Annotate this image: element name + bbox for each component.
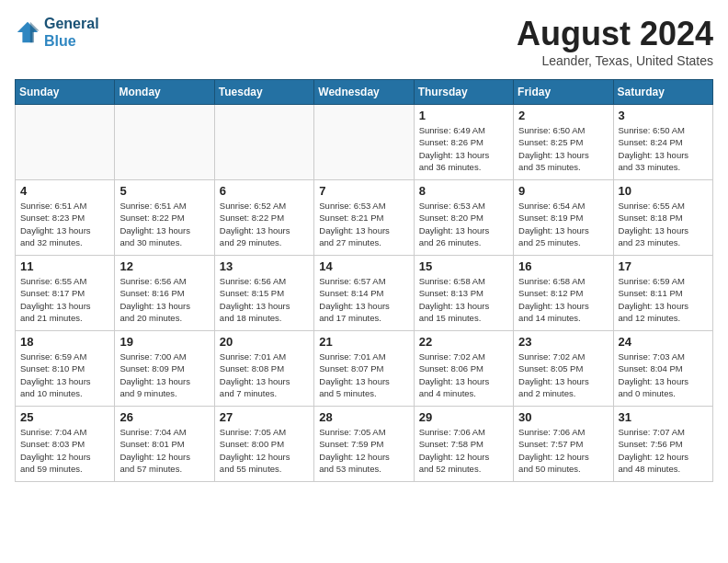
day-info: Sunrise: 7:01 AM Sunset: 8:08 PM Dayligh… xyxy=(220,350,309,399)
calendar-cell: 29Sunrise: 7:06 AM Sunset: 7:58 PM Dayli… xyxy=(414,407,513,482)
calendar-cell: 26Sunrise: 7:04 AM Sunset: 8:01 PM Dayli… xyxy=(115,407,214,482)
day-number: 30 xyxy=(518,410,608,424)
calendar-cell: 25Sunrise: 7:04 AM Sunset: 8:03 PM Dayli… xyxy=(16,407,115,482)
weekday-header: Saturday xyxy=(613,80,712,105)
calendar-cell: 8Sunrise: 6:53 AM Sunset: 8:20 PM Daylig… xyxy=(414,180,513,256)
calendar-cell: 28Sunrise: 7:05 AM Sunset: 7:59 PM Dayli… xyxy=(314,407,414,482)
calendar-cell: 10Sunrise: 6:55 AM Sunset: 8:18 PM Dayli… xyxy=(613,180,712,256)
calendar-cell: 22Sunrise: 7:02 AM Sunset: 8:06 PM Dayli… xyxy=(414,331,513,407)
day-info: Sunrise: 6:50 AM Sunset: 8:25 PM Dayligh… xyxy=(518,124,608,173)
day-number: 23 xyxy=(518,335,608,349)
day-info: Sunrise: 6:51 AM Sunset: 8:22 PM Dayligh… xyxy=(119,200,209,248)
day-info: Sunrise: 6:51 AM Sunset: 8:23 PM Dayligh… xyxy=(20,200,109,248)
day-info: Sunrise: 6:57 AM Sunset: 8:14 PM Dayligh… xyxy=(319,275,408,324)
day-info: Sunrise: 7:07 AM Sunset: 7:56 PM Dayligh… xyxy=(619,426,708,475)
day-number: 20 xyxy=(220,335,309,349)
day-info: Sunrise: 6:53 AM Sunset: 8:21 PM Dayligh… xyxy=(319,200,408,248)
calendar-cell: 17Sunrise: 6:59 AM Sunset: 8:11 PM Dayli… xyxy=(613,256,712,331)
logo: General Blue xyxy=(15,15,99,50)
weekday-header: Monday xyxy=(115,80,214,105)
weekday-header: Sunday xyxy=(16,80,115,105)
day-number: 28 xyxy=(319,410,408,424)
weekday-header: Thursday xyxy=(414,80,513,105)
day-number: 12 xyxy=(119,259,209,273)
calendar-cell: 24Sunrise: 7:03 AM Sunset: 8:04 PM Dayli… xyxy=(613,331,712,407)
weekday-header: Tuesday xyxy=(214,80,313,105)
calendar-cell: 15Sunrise: 6:58 AM Sunset: 8:13 PM Dayli… xyxy=(414,256,513,331)
calendar-cell: 5Sunrise: 6:51 AM Sunset: 8:22 PM Daylig… xyxy=(115,180,214,256)
day-number: 1 xyxy=(419,109,508,122)
calendar-cell: 30Sunrise: 7:06 AM Sunset: 7:57 PM Dayli… xyxy=(514,407,613,482)
day-number: 10 xyxy=(619,184,708,198)
calendar-cell: 14Sunrise: 6:57 AM Sunset: 8:14 PM Dayli… xyxy=(314,256,414,331)
calendar-cell: 6Sunrise: 6:52 AM Sunset: 8:22 PM Daylig… xyxy=(214,180,313,256)
day-number: 29 xyxy=(419,410,508,424)
day-info: Sunrise: 6:59 AM Sunset: 8:10 PM Dayligh… xyxy=(20,350,109,399)
day-info: Sunrise: 7:02 AM Sunset: 8:05 PM Dayligh… xyxy=(518,350,608,399)
day-info: Sunrise: 6:58 AM Sunset: 8:12 PM Dayligh… xyxy=(518,275,608,324)
day-number: 19 xyxy=(119,335,209,349)
day-number: 3 xyxy=(619,109,708,122)
page-header: General Blue August 2024 Leander, Texas,… xyxy=(15,15,713,68)
calendar-cell: 21Sunrise: 7:01 AM Sunset: 8:07 PM Dayli… xyxy=(314,331,414,407)
day-info: Sunrise: 7:05 AM Sunset: 7:59 PM Dayligh… xyxy=(319,426,408,475)
location: Leander, Texas, United States xyxy=(517,53,713,68)
day-info: Sunrise: 7:00 AM Sunset: 8:09 PM Dayligh… xyxy=(119,350,209,399)
calendar-cell: 16Sunrise: 6:58 AM Sunset: 8:12 PM Dayli… xyxy=(514,256,613,331)
calendar-cell: 20Sunrise: 7:01 AM Sunset: 8:08 PM Dayli… xyxy=(214,331,313,407)
day-info: Sunrise: 6:53 AM Sunset: 8:20 PM Dayligh… xyxy=(419,200,508,248)
logo-line1: General xyxy=(44,15,99,32)
calendar-cell: 19Sunrise: 7:00 AM Sunset: 8:09 PM Dayli… xyxy=(115,331,214,407)
day-info: Sunrise: 7:02 AM Sunset: 8:06 PM Dayligh… xyxy=(419,350,508,399)
calendar-cell: 18Sunrise: 6:59 AM Sunset: 8:10 PM Dayli… xyxy=(16,331,115,407)
day-number: 7 xyxy=(319,184,408,198)
day-number: 26 xyxy=(119,410,209,424)
calendar-week-row: 11Sunrise: 6:55 AM Sunset: 8:17 PM Dayli… xyxy=(16,256,713,331)
day-info: Sunrise: 6:59 AM Sunset: 8:11 PM Dayligh… xyxy=(619,275,708,324)
calendar-cell: 9Sunrise: 6:54 AM Sunset: 8:19 PM Daylig… xyxy=(514,180,613,256)
day-number: 4 xyxy=(20,184,109,198)
logo-icon xyxy=(15,19,40,45)
calendar-cell: 2Sunrise: 6:50 AM Sunset: 8:25 PM Daylig… xyxy=(514,105,613,180)
calendar-cell: 13Sunrise: 6:56 AM Sunset: 8:15 PM Dayli… xyxy=(214,256,313,331)
day-number: 24 xyxy=(619,335,708,349)
day-number: 9 xyxy=(518,184,608,198)
day-number: 11 xyxy=(20,259,109,273)
day-number: 5 xyxy=(119,184,209,198)
day-number: 2 xyxy=(518,109,608,122)
calendar-cell: 27Sunrise: 7:05 AM Sunset: 8:00 PM Dayli… xyxy=(214,407,313,482)
svg-marker-0 xyxy=(17,22,38,42)
day-number: 18 xyxy=(20,335,109,349)
calendar-week-row: 18Sunrise: 6:59 AM Sunset: 8:10 PM Dayli… xyxy=(16,331,713,407)
day-info: Sunrise: 7:06 AM Sunset: 7:57 PM Dayligh… xyxy=(518,426,608,475)
calendar-header-row: SundayMondayTuesdayWednesdayThursdayFrid… xyxy=(16,80,713,105)
calendar-week-row: 25Sunrise: 7:04 AM Sunset: 8:03 PM Dayli… xyxy=(16,407,713,482)
day-number: 21 xyxy=(319,335,408,349)
day-info: Sunrise: 6:52 AM Sunset: 8:22 PM Dayligh… xyxy=(220,200,309,248)
weekday-header: Friday xyxy=(514,80,613,105)
day-info: Sunrise: 6:55 AM Sunset: 8:18 PM Dayligh… xyxy=(619,200,708,248)
day-number: 8 xyxy=(419,184,508,198)
calendar-cell: 31Sunrise: 7:07 AM Sunset: 7:56 PM Dayli… xyxy=(613,407,712,482)
title-block: August 2024 Leander, Texas, United State… xyxy=(517,15,713,68)
calendar-cell: 1Sunrise: 6:49 AM Sunset: 8:26 PM Daylig… xyxy=(414,105,513,180)
day-number: 15 xyxy=(419,259,508,273)
day-info: Sunrise: 7:04 AM Sunset: 8:01 PM Dayligh… xyxy=(119,426,209,475)
month-title: August 2024 xyxy=(517,15,713,53)
day-info: Sunrise: 7:03 AM Sunset: 8:04 PM Dayligh… xyxy=(619,350,708,399)
calendar-cell xyxy=(115,105,214,180)
calendar-cell xyxy=(214,105,313,180)
calendar-cell: 4Sunrise: 6:51 AM Sunset: 8:23 PM Daylig… xyxy=(16,180,115,256)
calendar-cell: 11Sunrise: 6:55 AM Sunset: 8:17 PM Dayli… xyxy=(16,256,115,331)
day-info: Sunrise: 6:50 AM Sunset: 8:24 PM Dayligh… xyxy=(619,124,708,173)
calendar-cell: 3Sunrise: 6:50 AM Sunset: 8:24 PM Daylig… xyxy=(613,105,712,180)
calendar-table: SundayMondayTuesdayWednesdayThursdayFrid… xyxy=(15,79,713,482)
day-number: 22 xyxy=(419,335,508,349)
weekday-header: Wednesday xyxy=(314,80,414,105)
day-number: 14 xyxy=(319,259,408,273)
day-number: 25 xyxy=(20,410,109,424)
day-info: Sunrise: 7:01 AM Sunset: 8:07 PM Dayligh… xyxy=(319,350,408,399)
day-info: Sunrise: 6:56 AM Sunset: 8:16 PM Dayligh… xyxy=(119,275,209,324)
day-info: Sunrise: 6:58 AM Sunset: 8:13 PM Dayligh… xyxy=(419,275,508,324)
day-number: 27 xyxy=(220,410,309,424)
